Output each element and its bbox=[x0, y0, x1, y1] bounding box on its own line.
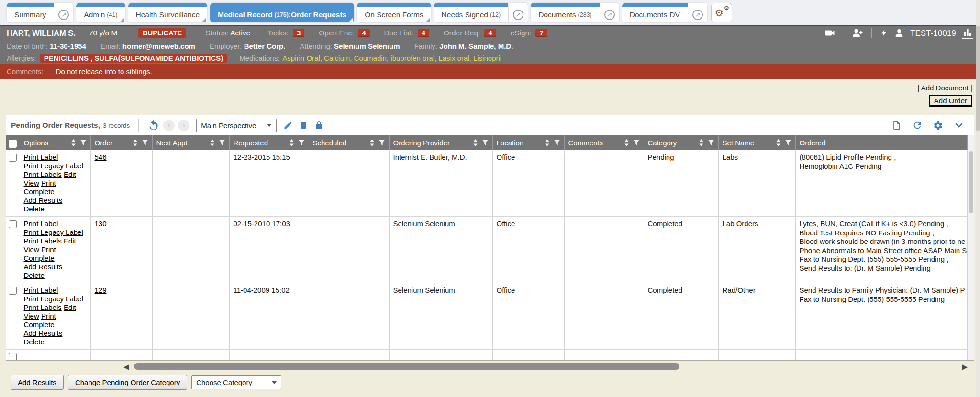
lock-icon[interactable] bbox=[314, 121, 323, 130]
column-header-options[interactable]: Options bbox=[20, 135, 90, 150]
duplicate-badge[interactable]: DUPLICATE bbox=[138, 28, 186, 38]
option-link-print-label[interactable]: Print Label bbox=[24, 220, 58, 228]
perspective-select[interactable]: Main Perspective bbox=[196, 119, 277, 132]
option-link-view[interactable]: View bbox=[24, 245, 39, 254]
option-link-delete[interactable]: Delete bbox=[24, 338, 45, 346]
option-link-complete[interactable]: Complete bbox=[24, 320, 55, 329]
tab-health-surveillance[interactable]: Health Surveillance bbox=[128, 3, 208, 22]
column-header-category[interactable]: Category bbox=[644, 135, 718, 150]
new-document-icon[interactable] bbox=[892, 120, 902, 131]
sort-icon[interactable] bbox=[289, 139, 294, 146]
option-link-print-labels[interactable]: Print Labels bbox=[24, 303, 62, 311]
lightning-icon[interactable] bbox=[880, 27, 888, 39]
column-header-order[interactable]: Order bbox=[90, 135, 152, 150]
sort-icon[interactable] bbox=[369, 139, 375, 146]
option-link-print[interactable]: Print bbox=[41, 245, 56, 254]
filter-funnel-icon[interactable] bbox=[142, 140, 148, 146]
medication-link[interactable]: ibuprofen oral bbox=[390, 54, 434, 62]
tab-popout-button[interactable]: ↗ bbox=[600, 3, 619, 22]
option-link-print-legacy-label[interactable]: Print Legacy Label bbox=[24, 295, 83, 303]
filter-funnel-icon[interactable] bbox=[785, 140, 791, 146]
window-scrollbar[interactable] bbox=[976, 0, 980, 397]
add-person-icon[interactable] bbox=[852, 27, 864, 39]
option-link-edit[interactable]: Edit bbox=[64, 170, 76, 178]
column-header-scheduled[interactable]: Scheduled bbox=[309, 135, 389, 150]
column-header-comments[interactable]: Comments bbox=[564, 135, 644, 150]
vertical-scrollbar[interactable] bbox=[968, 135, 974, 360]
counter-badge[interactable]: 4 bbox=[358, 29, 369, 37]
column-header-requested[interactable]: Requested bbox=[229, 135, 309, 150]
option-link-print-label[interactable]: Print Label bbox=[24, 286, 58, 294]
add-results-button[interactable]: Add Results bbox=[11, 375, 64, 390]
tab-medical-record[interactable]: Medical Record(175):Order Requests bbox=[210, 3, 354, 22]
delete-trash-icon[interactable] bbox=[299, 121, 308, 130]
tab-documents[interactable]: Documents(283)↗ bbox=[531, 3, 619, 22]
horizontal-scroll-thumb[interactable] bbox=[134, 363, 679, 370]
refresh-icon[interactable] bbox=[912, 120, 923, 131]
tab-summary[interactable]: Summary↗ bbox=[7, 3, 73, 22]
option-link-print-label[interactable]: Print Label bbox=[24, 153, 58, 161]
prev-record-icon[interactable]: ‹ bbox=[163, 120, 175, 131]
collapse-chevron-icon[interactable] bbox=[954, 121, 964, 130]
sort-icon[interactable] bbox=[699, 139, 704, 146]
tab-popout-button[interactable]: ↗ bbox=[508, 3, 528, 22]
counter-badge[interactable]: 4 bbox=[484, 29, 496, 37]
filter-funnel-icon[interactable] bbox=[708, 140, 714, 146]
add-document-link[interactable]: Add Document bbox=[921, 84, 969, 92]
choose-category-select[interactable]: Choose Category bbox=[191, 375, 281, 389]
sort-icon[interactable] bbox=[210, 139, 215, 146]
sort-icon[interactable] bbox=[545, 139, 550, 146]
tab-needs-signed[interactable]: Needs Signed(12)↗ bbox=[434, 3, 528, 22]
medication-link[interactable]: Coumadin bbox=[354, 54, 387, 62]
option-link-delete[interactable]: Delete bbox=[24, 205, 45, 213]
sort-icon[interactable] bbox=[133, 139, 138, 146]
filter-funnel-icon[interactable] bbox=[554, 140, 560, 146]
counter-badge[interactable]: 4 bbox=[418, 29, 429, 37]
person-icon[interactable] bbox=[894, 28, 904, 38]
window-scroll-thumb[interactable] bbox=[976, 26, 980, 131]
counter-badge[interactable]: 3 bbox=[293, 29, 304, 37]
column-header-next-appt[interactable]: Next Appt bbox=[152, 135, 229, 150]
undo-icon[interactable] bbox=[147, 119, 160, 132]
tab-documents-dv[interactable]: Documents-DV↗ bbox=[622, 3, 707, 22]
option-link-print-labels[interactable]: Print Labels bbox=[24, 170, 62, 178]
option-link-view[interactable]: View bbox=[24, 179, 39, 187]
sort-icon[interactable] bbox=[473, 139, 478, 146]
sort-icon[interactable] bbox=[624, 139, 629, 146]
row-select-checkbox[interactable] bbox=[9, 353, 17, 360]
horizontal-scrollbar[interactable]: ◀ ▶ bbox=[0, 363, 980, 370]
option-link-view[interactable]: View bbox=[24, 312, 39, 320]
filter-funnel-icon[interactable] bbox=[298, 140, 305, 146]
row-select-checkbox[interactable] bbox=[9, 154, 17, 162]
medication-link[interactable]: Lasix oral bbox=[438, 54, 469, 62]
filter-funnel-icon[interactable] bbox=[80, 140, 87, 146]
medication-link[interactable]: Aspirin Oral bbox=[282, 54, 320, 62]
filter-funnel-icon[interactable] bbox=[219, 140, 225, 146]
option-link-print-legacy-label[interactable]: Print Legacy Label bbox=[24, 228, 83, 236]
allergy-badge[interactable]: PENICILLINS , SULFA(SULFONAMIDE ANTIBIOT… bbox=[40, 54, 227, 63]
order-number-link[interactable]: 130 bbox=[95, 220, 107, 228]
row-select-checkbox[interactable] bbox=[9, 287, 17, 295]
video-call-icon[interactable] bbox=[824, 27, 836, 39]
tab-settings-button[interactable]: ⚙ ⚙ bbox=[711, 3, 732, 22]
column-header-ordering-provider[interactable]: Ordering Provider bbox=[389, 135, 492, 150]
scroll-right-arrow-icon[interactable]: ▶ bbox=[962, 363, 968, 371]
add-order-link[interactable]: Add Order bbox=[929, 95, 972, 107]
order-number-link[interactable]: 546 bbox=[95, 153, 107, 161]
sort-icon[interactable] bbox=[71, 139, 76, 146]
column-header-location[interactable]: Location bbox=[492, 135, 564, 150]
column-header-ordered[interactable]: Ordered bbox=[795, 135, 968, 150]
edit-pencil-icon[interactable] bbox=[283, 121, 293, 130]
next-record-icon[interactable]: › bbox=[178, 120, 189, 131]
counter-badge[interactable]: 7 bbox=[535, 29, 547, 37]
tab-on-screen-forms[interactable]: On Screen Forms bbox=[357, 3, 431, 22]
medication-link[interactable]: Lisinopril bbox=[473, 54, 501, 62]
option-link-complete[interactable]: Complete bbox=[24, 254, 55, 262]
tab-admin[interactable]: Admin(41) bbox=[76, 3, 125, 22]
filter-funnel-icon[interactable] bbox=[633, 140, 640, 146]
select-all-checkbox[interactable] bbox=[9, 140, 17, 148]
option-link-add-results[interactable]: Add Results bbox=[24, 263, 63, 271]
scroll-left-arrow-icon[interactable]: ◀ bbox=[123, 363, 129, 371]
option-link-print-legacy-label[interactable]: Print Legacy Label bbox=[24, 162, 83, 170]
medication-link[interactable]: Calcium bbox=[324, 54, 350, 62]
